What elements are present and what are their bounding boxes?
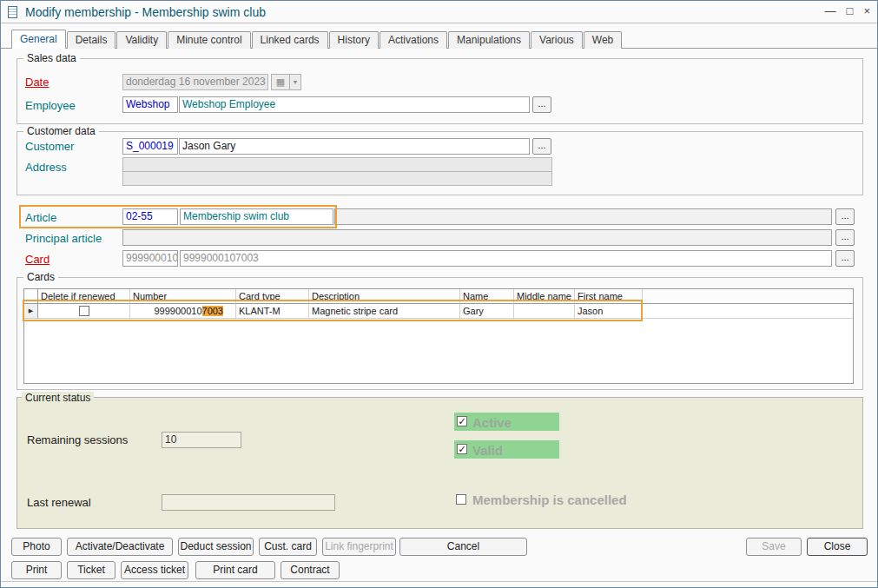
tab-minute-control[interactable]: Minute control	[168, 31, 250, 49]
tab-general[interactable]: General	[11, 30, 66, 49]
row-selector-icon[interactable]: ▶	[24, 304, 38, 319]
tab-activations[interactable]: Activations	[380, 31, 447, 49]
bottom-divider	[1, 581, 877, 582]
customer-browse-button[interactable]: ...	[532, 138, 551, 155]
date-label: Date	[25, 76, 49, 89]
tab-validity[interactable]: Validity	[116, 31, 167, 49]
card-type-cell: KLANT-M	[236, 304, 309, 319]
tab-various[interactable]: Various	[531, 31, 583, 49]
access-ticket-button[interactable]: Access ticket	[121, 561, 188, 579]
sales-data-legend: Sales data	[23, 52, 80, 64]
middle-name-cell	[514, 304, 575, 319]
card-code-field[interactable]: 9999000107003	[122, 250, 178, 267]
principal-article-label: Principal article	[25, 232, 102, 245]
date-field: donderdag 16 november 2023	[122, 74, 268, 90]
col-filler	[643, 289, 853, 304]
window-title: Modify membership - Membership swim club	[25, 5, 266, 19]
tab-details[interactable]: Details	[67, 31, 116, 49]
customer-name-field[interactable]: Jason Gary	[179, 138, 530, 155]
col-description[interactable]: Description	[309, 289, 460, 304]
principal-browse-button[interactable]: ...	[835, 229, 855, 246]
col-first-name[interactable]: First name	[575, 289, 643, 304]
current-status-group	[17, 397, 863, 529]
address-field-1	[122, 157, 552, 172]
cust-card-button[interactable]: Cust. card	[259, 538, 317, 556]
cancelled-checkbox[interactable]	[456, 494, 466, 505]
grid-selector-header	[24, 289, 38, 304]
dialog-window: Modify membership - Membership swim club…	[0, 0, 878, 588]
valid-highlight	[454, 440, 559, 459]
date-picker-button[interactable]: ▦ ▼	[271, 74, 301, 90]
address-field-2	[122, 171, 552, 186]
card-label: Card	[25, 253, 50, 266]
tab-manipulations[interactable]: Manipulations	[448, 31, 530, 49]
article-label: Article	[25, 211, 56, 224]
remaining-sessions-field: 10	[162, 432, 241, 448]
col-number[interactable]: Number	[130, 289, 236, 304]
valid-label: Valid	[472, 443, 503, 458]
employee-browse-button[interactable]: ...	[532, 96, 551, 113]
current-status-legend: Current status	[22, 392, 94, 404]
number-highlight: 7003	[202, 306, 223, 316]
tab-history[interactable]: History	[329, 31, 379, 49]
maximize-button[interactable]: □	[847, 4, 854, 17]
address-label: Address	[25, 161, 67, 174]
close-icon[interactable]: ×	[863, 4, 870, 17]
customer-label: Customer	[25, 140, 74, 153]
print-card-button[interactable]: Print card	[195, 561, 275, 579]
col-delete-if-renewed[interactable]: Delete if renewed	[38, 289, 130, 304]
tab-linked-cards[interactable]: Linked cards	[252, 31, 328, 49]
remaining-sessions-label: Remaining sessions	[27, 433, 128, 446]
article-name-field[interactable]: Membership swim club	[180, 208, 333, 225]
deduct-session-button[interactable]: Deduct session	[178, 538, 254, 556]
customer-data-legend: Customer data	[23, 125, 99, 137]
ticket-button[interactable]: Ticket	[67, 561, 116, 579]
title-bar: Modify membership - Membership swim club…	[1, 1, 877, 23]
active-checkbox[interactable]	[457, 416, 467, 426]
article-code-field[interactable]: 02-55	[122, 208, 178, 225]
activate-deactivate-button[interactable]: Activate/Deactivate	[67, 538, 173, 556]
number-cell: 9999000107003	[130, 304, 236, 319]
active-label: Active	[472, 415, 512, 430]
article-extra-field	[334, 208, 832, 225]
print-button[interactable]: Print	[11, 561, 62, 579]
contract-button[interactable]: Contract	[281, 561, 340, 579]
last-renewal-field	[162, 494, 335, 511]
grid-header-row: Delete if renewed Number Card type Descr…	[24, 289, 853, 304]
valid-checkbox[interactable]	[457, 444, 467, 454]
link-fingerprint-button: Link fingerprint	[322, 538, 396, 556]
tab-web[interactable]: Web	[584, 31, 622, 49]
row-filler	[643, 304, 853, 319]
first-name-cell: Jason	[575, 304, 643, 319]
customer-code-field[interactable]: S_000019	[122, 138, 178, 155]
close-button[interactable]: Close	[807, 538, 868, 556]
photo-button[interactable]: Photo	[11, 538, 62, 556]
principal-article-field[interactable]	[122, 229, 832, 246]
minimize-button[interactable]: —	[825, 4, 836, 17]
col-name[interactable]: Name	[460, 289, 514, 304]
col-middle-name[interactable]: Middle name	[514, 289, 575, 304]
last-renewal-label: Last renewal	[27, 496, 91, 509]
name-cell: Gary	[460, 304, 514, 319]
number-prefix: 999900010	[154, 306, 201, 316]
employee-name-field[interactable]: Webshop Employee	[179, 96, 530, 113]
delete-if-renewed-cell	[38, 304, 130, 319]
window-document-icon	[8, 6, 17, 18]
cards-legend: Cards	[23, 271, 58, 283]
table-row[interactable]: ▶ 9999000107003 KLANT-M Magnetic stripe …	[24, 304, 853, 319]
save-button: Save	[746, 538, 802, 556]
cancel-button[interactable]: Cancel	[399, 538, 527, 556]
description-cell: Magnetic stripe card	[309, 304, 460, 319]
article-browse-button[interactable]: ...	[835, 208, 855, 225]
cards-grid[interactable]: Delete if renewed Number Card type Descr…	[23, 288, 854, 384]
sales-data-group	[17, 58, 863, 124]
delete-if-renewed-checkbox[interactable]	[79, 306, 89, 316]
employee-code-field[interactable]: Webshop	[122, 96, 178, 113]
employee-label: Employee	[25, 99, 76, 112]
card-browse-button[interactable]: ...	[835, 250, 855, 267]
tab-strip: General Details Validity Minute control …	[11, 30, 623, 49]
card-number-field[interactable]: 9999000107003	[180, 250, 832, 267]
chevron-down-icon: ▼	[289, 75, 300, 89]
col-card-type[interactable]: Card type	[236, 289, 309, 304]
cancelled-label: Membership is cancelled	[472, 492, 627, 507]
